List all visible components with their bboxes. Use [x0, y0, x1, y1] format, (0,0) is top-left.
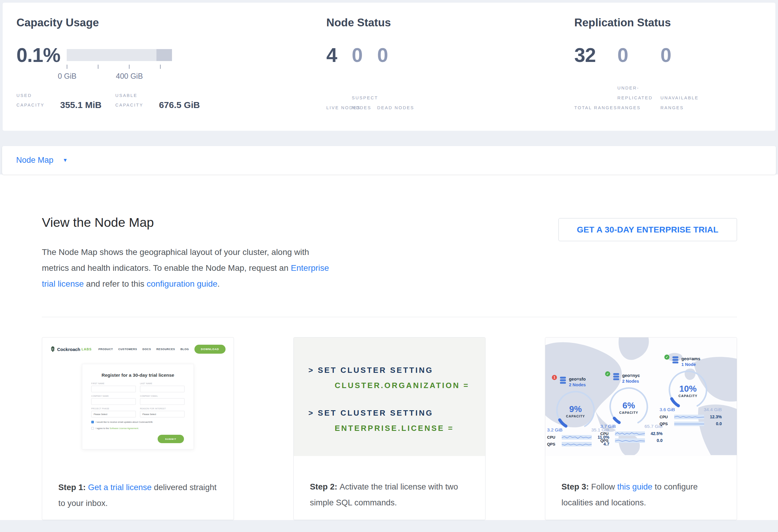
- license-agree-label: I agree to the Software License Agreemen…: [96, 427, 139, 430]
- capacity-percent: 10%: [679, 384, 697, 393]
- sql-commands-illustration: > SET CLUSTER SETTING CLUSTER.ORGANIZATI…: [294, 337, 485, 456]
- usable-capacity-label: USABLE CAPACITY: [115, 91, 157, 110]
- trial-registration-form: Register for a 30-day trial license FIRS…: [82, 364, 194, 449]
- node-map-description: The Node Map shows the geographical layo…: [42, 244, 338, 292]
- step1-label: Step 1:: [58, 483, 88, 492]
- database-icon: [559, 376, 566, 384]
- cpu-sparkline: [562, 435, 592, 440]
- license-agree-checkbox: [91, 427, 94, 430]
- nav-item: BLOG: [180, 348, 189, 351]
- company-name-field: [91, 398, 136, 405]
- node-map-preview: 1 geo=sfo 2 Nodes: [545, 337, 737, 456]
- step1-card: Cockroach LABS PRODUCT CUSTOMERS DOCS RE…: [42, 337, 234, 520]
- enterprise-trial-button[interactable]: GET A 30-DAY ENTERPRISE TRIAL: [558, 218, 737, 241]
- download-button: DOWNLOAD: [194, 345, 226, 354]
- mini-site-nav: PRODUCT CUSTOMERS DOCS RESOURCES BLOG DO…: [98, 345, 226, 354]
- capacity-caption: CAPACITY: [619, 411, 638, 414]
- cpu-sparkline: [615, 432, 645, 436]
- dead-nodes-label: DEAD NODES: [377, 103, 422, 113]
- email-updates-checkbox: [91, 421, 94, 424]
- field-label: COMPANY EMAIL: [140, 395, 184, 397]
- dead-nodes-value: 0: [377, 45, 403, 65]
- database-icon: [672, 356, 679, 364]
- sql-setting: ENTERPRISE.LICENSE =: [335, 424, 454, 433]
- locality-name: geo=ams: [681, 356, 700, 362]
- get-trial-license-link[interactable]: Get a trial license: [88, 483, 151, 492]
- capacity-gauge: 10% CAPACITY: [666, 368, 710, 412]
- step1-caption: Step 1: Get a trial license delivered st…: [42, 469, 234, 511]
- submit-button: SUBMIT: [158, 435, 184, 443]
- qps-label: QPS: [600, 438, 611, 443]
- qps-value: 0.0: [708, 421, 722, 426]
- reason-select: Please Select: [140, 411, 184, 417]
- capacity-gauge: 9% CAPACITY: [554, 388, 597, 432]
- view-selector-dropdown[interactable]: Node Map ▼: [2, 146, 776, 174]
- field-label: LAST NAME: [140, 382, 184, 384]
- axis-tick: [98, 65, 98, 69]
- unavailable-ranges-label: UNAVAILABLE RANGES: [660, 93, 708, 113]
- error-badge: 1: [552, 375, 557, 380]
- description-text: The Node Map shows the geographical layo…: [42, 247, 309, 273]
- cpu-label: CPU: [547, 435, 558, 440]
- trial-signup-screenshot: Cockroach LABS PRODUCT CUSTOMERS DOCS RE…: [42, 337, 234, 469]
- under-replicated-label: UNDER-REPLICATED RANGES: [617, 83, 665, 113]
- map-node-nyc: ✓ geo=nyc 2 Nodes: [605, 373, 663, 443]
- node-map-panel: View the Node Map The Node Map shows the…: [0, 174, 778, 520]
- cpu-value: 12.3%: [708, 414, 722, 419]
- qps-label: QPS: [547, 442, 558, 446]
- cluster-overview-page: Capacity Usage 0.1% 0 GiB 400 GiB USED C…: [0, 0, 778, 532]
- form-title: Register for a 30-day trial license: [91, 373, 184, 378]
- logo-suffix: LABS: [82, 348, 92, 351]
- locality-node-count: 2 Nodes: [569, 382, 586, 388]
- description-text: and refer to this: [84, 279, 147, 289]
- step3-label: Step 3:: [561, 482, 591, 491]
- suspect-nodes-value: 0: [352, 45, 377, 65]
- map-node-ams: ✓ geo=ams 1 Node: [664, 356, 722, 426]
- first-name-field: [91, 386, 136, 392]
- nav-item: CUSTOMERS: [119, 348, 137, 351]
- live-nodes-value: 4: [326, 45, 352, 65]
- suspect-nodes-stat: 0 SUSPECT NODES: [352, 45, 377, 113]
- healthy-badge: ✓: [605, 371, 610, 376]
- configuration-guide-link[interactable]: configuration guide: [147, 279, 218, 289]
- replication-status-section: Replication Status 32 TOTAL RANGES 0 UND…: [574, 16, 775, 131]
- company-email-field: [140, 398, 184, 405]
- database-icon: [613, 373, 620, 381]
- background-band: [0, 131, 778, 146]
- node-status-section: Node Status 4 LIVE NODES 0 SUSPECT NODES…: [326, 16, 574, 131]
- project-phase-select: Please Select: [91, 411, 136, 417]
- locality-name: geo=sfo: [569, 376, 586, 382]
- locality-node-count: 2 Nodes: [622, 379, 640, 384]
- used-capacity-label: USED CAPACITY: [16, 91, 58, 110]
- step3-caption: Step 3: Follow this guide to configure l…: [545, 456, 737, 511]
- sql-command: SET CLUSTER SETTING: [318, 408, 433, 417]
- dead-nodes-stat: 0 DEAD NODES: [377, 45, 403, 113]
- capacity-caption: CAPACITY: [566, 414, 585, 418]
- email-updates-label: I would like to receive email updates ab…: [96, 421, 153, 424]
- node-status-title: Node Status: [326, 16, 574, 29]
- field-label: COMPANY NAME: [91, 395, 136, 397]
- qps-label: QPS: [659, 422, 670, 426]
- field-label: FIRST NAME: [91, 382, 136, 384]
- last-name-field: [140, 386, 184, 392]
- caret-down-icon: ▼: [63, 157, 68, 163]
- qps-sparkline: [562, 442, 592, 446]
- sql-command: SET CLUSTER SETTING: [318, 366, 433, 375]
- step3-text: Follow: [591, 482, 617, 491]
- axis-tick: [129, 65, 130, 69]
- step2-caption: Step 2: Activate the trial license with …: [294, 456, 485, 511]
- nav-item: PRODUCT: [98, 348, 113, 351]
- capacity-bar-track: [67, 49, 172, 61]
- qps-value: 0.0: [649, 438, 663, 443]
- capacity-usage-section: Capacity Usage 0.1% 0 GiB 400 GiB USED C…: [16, 16, 326, 131]
- axis-tick: [160, 65, 161, 69]
- usable-capacity-value: 676.5 GiB: [159, 100, 200, 110]
- capacity-bar-other-segment: [156, 49, 172, 61]
- capacity-bar: 0 GiB 400 GiB: [67, 49, 172, 65]
- this-guide-link[interactable]: this guide: [617, 482, 652, 491]
- prompt-symbol: >: [308, 366, 314, 375]
- license-agree-text: I agree to the: [96, 427, 109, 430]
- field-label: PROJECT PHASE: [91, 407, 136, 409]
- cockroach-labs-logo: Cockroach LABS: [50, 346, 91, 352]
- section-divider: [42, 317, 737, 317]
